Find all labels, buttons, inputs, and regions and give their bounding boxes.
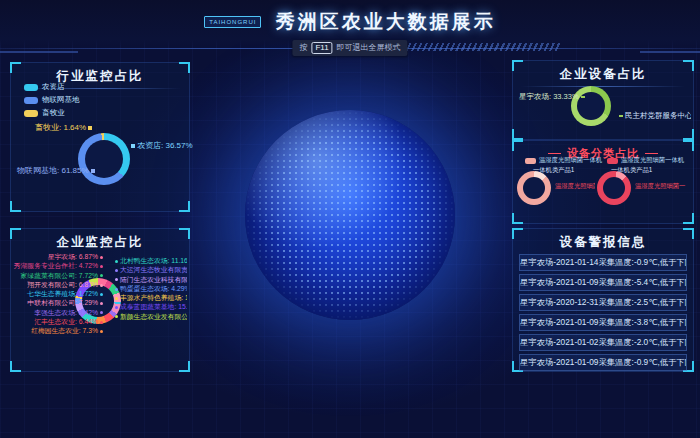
panel-device-category: 设备分类占比 温湿度光照细菌一体机 温湿度光照细菌一体机 一体机类产品1 一体机… <box>512 140 694 224</box>
page-title: 秀洲区农业大数据展示 <box>276 9 496 35</box>
enterprise-monitor-right-labels: 北村鸭生态农场: 11.16%大运河生态牧业有限责任公陆门生态农业科技有限公鸭蛋… <box>113 256 187 321</box>
globe-highlight <box>245 110 455 320</box>
logo: TAIHONGRUI <box>204 16 261 28</box>
legend-item[interactable]: 畜牧业 <box>24 108 80 118</box>
category-side-label: 温湿度光照细菌一 <box>635 182 691 191</box>
legend-item[interactable]: 农资店 <box>24 82 80 92</box>
header-line-right <box>640 51 700 53</box>
legend-label: 畜牧业 <box>42 108 65 118</box>
legend-swatch <box>24 97 38 104</box>
panel-separator <box>521 86 685 87</box>
legend-item[interactable]: 物联网基地 <box>24 95 80 105</box>
enterprise-monitor-left-labels: 星宇农场: 6.87%秀湖服务专业合作社: 4.72%家绿蔬菜有限公司: 7.7… <box>13 252 105 336</box>
alarm-list: 星宇农场-2021-01-14采集温度:-0.9℃,低于下限:0℃星宇农场-20… <box>513 251 693 374</box>
panel-device-alarms: 设备警报信息 星宇农场-2021-01-14采集温度:-0.9℃,低于下限:0℃… <box>512 228 694 372</box>
legend-swatch <box>525 158 536 164</box>
chart-label: 家绿蔬菜有限公司: 7.72% <box>13 271 105 280</box>
device-chart-label: 星宇农场: 33.33% <box>519 92 587 102</box>
chart-label: 丰源水产特色养殖场: 1. <box>113 293 187 302</box>
hint-suffix: 即可退出全屏模式 <box>337 43 401 52</box>
device-category-right-donut[interactable] <box>597 171 631 205</box>
panel-enterprise-device: 企业设备占比 星宇农场: 33.33% 民主村党群服务中心: <box>512 60 694 140</box>
chart-label: 大运河生态牧业有限责任公 <box>113 265 187 274</box>
chart-label: 翔开发有限公司: 6.87% <box>13 280 105 289</box>
alarm-row: 星宇农场-2021-01-09采集温度:-0.9℃,低于下限:0℃ <box>519 354 687 371</box>
alarm-row: 星宇农场-2020-12-31采集温度:-2.5℃,低于下限:0℃ <box>519 294 687 311</box>
industry-legend: 农资店物联网基地畜牧业 <box>24 82 80 121</box>
legend-label: 温湿度光照细菌一体机 <box>621 156 684 165</box>
alarm-row: 星宇农场-2021-01-14采集温度:-0.9℃,低于下限:0℃ <box>519 254 687 271</box>
industry-chart-label: 农资店: 36.57% <box>129 140 193 151</box>
alarm-row: 星宇农场-2021-01-02采集温度:-2.0℃,低于下限:0℃ <box>519 334 687 351</box>
fullscreen-hint: 按F11即可退出全屏模式 <box>292 40 407 56</box>
device-alarms-title: 设备警报信息 <box>513 229 693 251</box>
chart-label: 汇丰生态农业: 6.44% <box>13 317 105 326</box>
chart-label: 星宇农场: 6.87% <box>13 252 105 261</box>
legend-swatch <box>607 158 618 164</box>
chart-label: 秀湖服务专业合作社: 4.72% <box>13 261 105 270</box>
chart-label: 新颜生态农业发有限公司: 6.87% <box>113 312 187 321</box>
legend-swatch <box>24 84 38 91</box>
legend-label: 温湿度光照细菌一体机 <box>539 156 602 165</box>
legend-label: 农资店 <box>42 82 65 92</box>
category-side-label: 温湿度光照细菌一 <box>555 182 595 191</box>
chart-label: 鸭蛋蛋生态农场: 4.29% <box>113 284 187 293</box>
header-line-left <box>0 51 78 53</box>
device-chart-label: 民主村党群服务中心: <box>617 111 691 121</box>
globe-visualization <box>245 110 455 320</box>
alarm-row: 星宇农场-2021-01-09采集温度:-3.8℃,低于下限:0℃ <box>519 314 687 331</box>
alarm-row: 星宇农场-2021-01-09采集温度:-5.4℃,低于下限:0℃ <box>519 274 687 291</box>
panel-enterprise-monitor: 企业监控占比 星宇农场: 6.87%秀湖服务专业合作社: 4.72%家绿蔬菜有限… <box>10 228 190 372</box>
donut-hole <box>603 177 625 199</box>
dashboard: TAIHONGRUI 秀洲区农业大数据展示 按F11即可退出全屏模式 行业监控占… <box>0 0 700 438</box>
panel-industry-monitor: 行业监控占比 农资店物联网基地畜牧业 畜牧业: 1.64% 农资店: 36.57… <box>10 62 190 212</box>
legend-swatch <box>24 110 38 117</box>
chart-label: 陆门生态农业科技有限公 <box>113 275 187 284</box>
category-legend-right[interactable]: 温湿度光照细菌一体机 <box>607 156 684 165</box>
legend-label: 物联网基地 <box>42 95 80 105</box>
industry-chart-label: 畜牧业: 1.64% <box>35 122 94 133</box>
chart-label: 北村鸭生态农场: 11.16% <box>113 256 187 265</box>
chart-label: 红梅园生态农业: 7.3% <box>13 326 105 335</box>
hint-prefix: 按 <box>299 43 307 52</box>
enterprise-monitor-title: 企业监控占比 <box>11 229 189 251</box>
industry-chart-label: 物联网基地: 61.85% <box>17 165 97 176</box>
title-dash <box>645 153 658 154</box>
industry-donut-chart[interactable] <box>78 133 130 185</box>
device-category-left-donut[interactable] <box>517 171 551 205</box>
chart-label: 李强生态农场: 3.42% <box>13 308 105 317</box>
donut-hole <box>523 177 545 199</box>
chart-label: 中联村有限公司: 7.29% <box>13 298 105 307</box>
title-dash <box>548 153 561 154</box>
chart-label: 七华生态养殖场: 1.72% <box>13 289 105 298</box>
category-legend-left[interactable]: 温湿度光照细菌一体机 <box>525 156 602 165</box>
header: TAIHONGRUI 秀洲区农业大数据展示 按F11即可退出全屏模式 <box>0 0 700 56</box>
chart-label: 成泰蓝图蔬菜基地: 15.02% <box>113 302 187 311</box>
enterprise-device-title: 企业设备占比 <box>513 61 693 83</box>
f11-key: F11 <box>311 42 332 54</box>
